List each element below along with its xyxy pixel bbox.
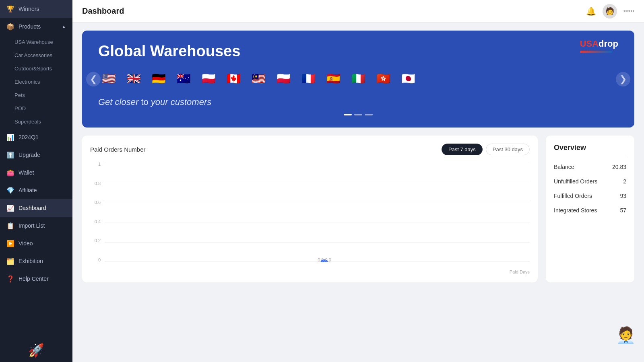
overview-card: Overview Balance 20.83 Unfulfilled Order… [546, 136, 634, 282]
sidebar-item-dashboard[interactable]: 📈 Dashboard [0, 199, 72, 217]
balance-label: Balance [554, 164, 574, 170]
tab-7days[interactable]: Past 7 days [442, 144, 483, 155]
unfulfilled-label: Unfulfilled Orders [554, 178, 597, 185]
flag-fr: 🇫🇷 [298, 68, 319, 89]
sidebar-item-electronics[interactable]: Electronics [0, 75, 72, 88]
sidebar-item-usa-warehouse[interactable]: USA Warehouse [0, 35, 72, 49]
sidebar-item-upgrade[interactable]: ⬆️ Upgrade [0, 146, 72, 164]
flag-gb: 🇬🇧 [123, 68, 144, 89]
winners-icon: 🏆 [6, 5, 14, 13]
flag-hk: 🇭🇰 [373, 68, 394, 89]
sidebar: 🏆 Winners 📦 Products ▲ USA Warehouse Car… [0, 0, 72, 362]
flag-de: 🇩🇪 [148, 68, 169, 89]
sidebar-item-products[interactable]: 📦 Products ▲ [0, 18, 72, 35]
flag-pl1: 🇵🇱 [198, 68, 219, 89]
y-label-08: 0.8 [95, 181, 101, 186]
flag-jp: 🇯🇵 [398, 68, 419, 89]
logo-usa: USA [580, 39, 599, 49]
affiliate-icon: 💎 [6, 186, 14, 194]
upgrade-icon: ⬆️ [6, 151, 14, 159]
banner-flags: 🇺🇸 🇬🇧 🇩🇪 🇦🇺 🇵🇱 🇨🇦 🇲🇾 🇵🇱 🇫🇷 🇪🇸 🇮🇹 🇭🇰 🇯🇵 [98, 68, 618, 89]
sidebar-label-video: Video [19, 240, 33, 247]
logo-underline [580, 51, 612, 53]
chart-tabs: Past 7 days Past 30 days [442, 144, 530, 155]
username-label: •••••• [623, 8, 634, 14]
banner-pagination [98, 114, 618, 115]
sidebar-label-wallet: Wallet [19, 169, 34, 176]
overview-row-balance: Balance 20.83 [554, 164, 626, 170]
sidebar-item-outdoor-sports[interactable]: Outdoor&Sports [0, 62, 72, 75]
sidebar-item-video[interactable]: ▶️ Video [0, 234, 72, 252]
sidebar-label-2024q1: 2024Q1 [19, 134, 39, 140]
banner-dot-1[interactable] [344, 114, 352, 115]
sidebar-item-exhibition[interactable]: 🗂️ Exhibition [0, 252, 72, 270]
y-label-1: 1 [98, 162, 101, 167]
bottom-character: 🧑‍💼 [616, 326, 640, 358]
chart-paid-days-label: Paid Days [510, 269, 530, 274]
y-label-02: 0.2 [95, 238, 101, 243]
sidebar-item-winners[interactable]: 🏆 Winners [0, 0, 72, 18]
sidebar-item-2024q1[interactable]: 📊 2024Q1 [0, 128, 72, 146]
banner-dot-3[interactable] [365, 114, 373, 115]
banner-dot-2[interactable] [354, 114, 362, 115]
sidebar-item-superdeals[interactable]: Superdeals [0, 115, 72, 128]
y-label-0: 0 [98, 257, 101, 262]
y-label-04: 0.4 [95, 219, 101, 224]
banner-prev-button[interactable]: ❮ [86, 72, 101, 86]
avatar[interactable]: 🧑 [603, 4, 617, 19]
exhibition-icon: 🗂️ [6, 257, 14, 265]
page-title: Dashboard [82, 6, 124, 16]
content-area: ❮ Global Warehouses 🇺🇸 🇬🇧 🇩🇪 🇦🇺 🇵🇱 🇨🇦 🇲🇾… [72, 23, 644, 362]
flag-ca: 🇨🇦 [223, 68, 244, 89]
banner-next-button[interactable]: ❯ [616, 72, 630, 86]
overview-row-fulfilled: Fulfilled Orders 93 [554, 193, 626, 199]
sidebar-label-import-list: Import List [19, 222, 45, 229]
chart-card: Paid Orders Number Past 7 days Past 30 d… [82, 136, 538, 282]
integrated-label: Integrated Stores [554, 207, 597, 214]
overview-title: Overview [554, 144, 626, 152]
tab-30days[interactable]: Past 30 days [486, 144, 530, 155]
2024q1-icon: 📊 [6, 133, 14, 141]
unfulfilled-value: 2 [623, 178, 626, 185]
chart-title: Paid Orders Number [90, 146, 146, 153]
main-content: Dashboard 🔔 🧑 •••••• ❮ Global Warehouses… [72, 0, 644, 362]
sidebar-label-exhibition: Exhibition [19, 258, 43, 264]
sidebar-item-help-center[interactable]: ❓ Help Center [0, 270, 72, 288]
flag-es: 🇪🇸 [323, 68, 344, 89]
sidebar-item-wallet[interactable]: 👛 Wallet [0, 164, 72, 181]
import-list-icon: 📋 [6, 222, 14, 230]
flag-my: 🇲🇾 [248, 68, 269, 89]
products-icon: 📦 [6, 23, 14, 31]
dashboard-icon: 📈 [6, 204, 14, 212]
fulfilled-label: Fulfilled Orders [554, 193, 592, 199]
bottom-section: Paid Orders Number Past 7 days Past 30 d… [82, 136, 634, 282]
header: Dashboard 🔔 🧑 •••••• [72, 0, 644, 23]
sidebar-mascot: 🚀 [0, 339, 72, 362]
sidebar-label-affiliate: Affiliate [19, 187, 37, 193]
video-icon: ▶️ [6, 239, 14, 247]
chart-header: Paid Orders Number Past 7 days Past 30 d… [90, 144, 530, 155]
flag-au: 🇦🇺 [173, 68, 194, 89]
sidebar-item-pets[interactable]: Pets [0, 88, 72, 102]
overview-divider [554, 157, 626, 157]
sidebar-item-pod[interactable]: POD [0, 102, 72, 115]
products-chevron-icon: ▲ [62, 24, 66, 29]
sidebar-label-help-center: Help Center [19, 276, 49, 282]
chart-x-label: 0,0,0,0 [119, 257, 530, 262]
banner: ❮ Global Warehouses 🇺🇸 🇬🇧 🇩🇪 🇦🇺 🇵🇱 🇨🇦 🇲🇾… [82, 31, 634, 128]
help-icon: ❓ [6, 275, 14, 283]
banner-title: Global Warehouses [98, 43, 618, 60]
integrated-value: 57 [620, 207, 626, 214]
overview-row-unfulfilled: Unfulfilled Orders 2 [554, 178, 626, 185]
sidebar-label-upgrade: Upgrade [19, 152, 40, 158]
sidebar-item-affiliate[interactable]: 💎 Affiliate [0, 181, 72, 199]
sidebar-item-car-accessories[interactable]: Car Accessories [0, 49, 72, 62]
sidebar-label-products: Products [19, 23, 41, 30]
sidebar-item-import-list[interactable]: 📋 Import List [0, 217, 72, 234]
y-label-06: 0.6 [95, 200, 101, 205]
flag-it: 🇮🇹 [348, 68, 369, 89]
notification-bell-icon[interactable]: 🔔 [586, 6, 596, 16]
chart-area: 1 0.8 0.6 0.4 0.2 0 [90, 162, 530, 274]
products-submenu: USA Warehouse Car Accessories Outdoor&Sp… [0, 35, 72, 128]
overview-row-integrated: Integrated Stores 57 [554, 207, 626, 214]
